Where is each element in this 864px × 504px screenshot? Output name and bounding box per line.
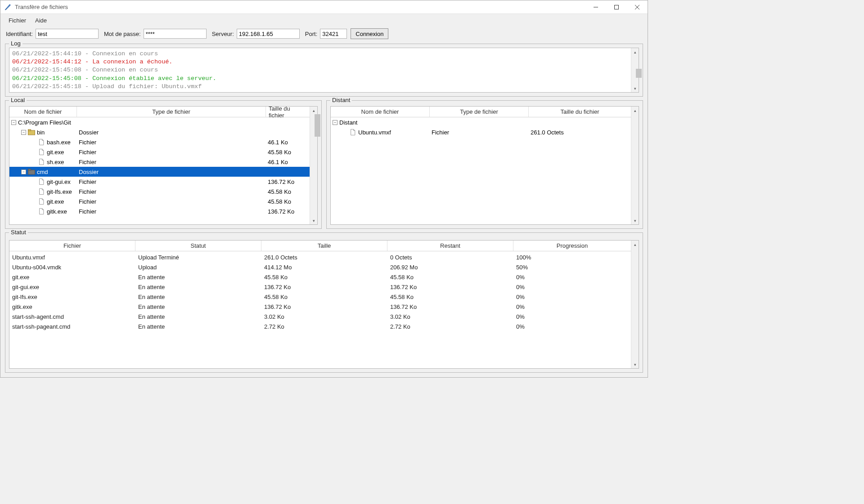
- tree-item-type: Fichier: [79, 188, 268, 195]
- status-row[interactable]: Ubuntu.vmxfUpload Terminé261.0 Octets0 O…: [9, 252, 631, 262]
- status-col-progress[interactable]: Progression: [513, 241, 631, 251]
- status-cell-remain: 0 Octets: [390, 254, 516, 261]
- status-col-remain[interactable]: Restant: [387, 241, 513, 251]
- maximize-icon: [614, 5, 619, 9]
- window-title: Transfère de fichiers: [15, 4, 585, 10]
- status-cell-remain: 45.58 Ko: [390, 274, 516, 281]
- connection-bar: Identifiant: Mot de passe: Serveur: Port…: [0, 27, 648, 41]
- minimize-button[interactable]: [585, 0, 606, 14]
- status-cell-remain: 3.02 Ko: [390, 313, 516, 320]
- status-row[interactable]: Ubuntu-s004.vmdkUpload414.12 Mo206.92 Mo…: [9, 262, 631, 272]
- status-cell-progress: 0%: [516, 274, 628, 281]
- tree-row[interactable]: Ubuntu.vmxfFichier261.0 Octets: [331, 127, 631, 137]
- scroll-down-icon[interactable]: ▾: [631, 361, 639, 368]
- scrollbar-thumb[interactable]: [315, 114, 320, 137]
- status-col-file[interactable]: Fichier: [9, 241, 135, 251]
- status-cell-status: Upload: [138, 264, 264, 271]
- id-input[interactable]: [36, 29, 99, 39]
- tree-item-name: git-lfs.exe: [47, 188, 72, 195]
- status-row[interactable]: git-gui.exeEn attente136.72 Ko136.72 Ko0…: [9, 282, 631, 292]
- tree-item-type: Fichier: [79, 149, 268, 156]
- tree-item-size: 45.58 Ko: [268, 149, 308, 156]
- status-cell-file: git-lfs.exe: [12, 294, 138, 300]
- remote-col-size[interactable]: Taille du fichier: [529, 107, 631, 117]
- tree-row[interactable]: −C:\Program Files\Git: [9, 117, 310, 127]
- tree-row[interactable]: −binDossier: [9, 127, 310, 137]
- status-scrollbar[interactable]: ▴ ▾: [631, 241, 639, 368]
- tree-item-type: Fichier: [432, 129, 531, 136]
- tree-item-name: git-gui.ex: [47, 178, 71, 185]
- local-col-type[interactable]: Type de fichier: [77, 107, 266, 117]
- tree-item-name: bin: [37, 129, 45, 136]
- close-button[interactable]: [627, 0, 648, 14]
- status-cell-status: Upload Terminé: [138, 254, 264, 261]
- remote-tree[interactable]: Nom de fichier Type de fichier Taille du…: [331, 107, 631, 224]
- scroll-up-icon[interactable]: ▴: [631, 107, 639, 114]
- scroll-up-icon[interactable]: ▴: [310, 107, 317, 114]
- expand-toggle[interactable]: −: [21, 130, 26, 135]
- local-tree[interactable]: Nom de fichier Type de fichier Taille du…: [9, 107, 310, 224]
- tree-item-size: 46.1 Ko: [268, 159, 308, 165]
- local-scrollbar[interactable]: ▴ ▾: [310, 107, 317, 224]
- tree-row[interactable]: git.exeFichier45.58 Ko: [9, 147, 310, 157]
- port-input[interactable]: [320, 29, 347, 39]
- expand-toggle[interactable]: −: [333, 120, 338, 125]
- status-row[interactable]: start-ssh-agent.cmdEn attente3.02 Ko3.02…: [9, 312, 631, 321]
- password-input[interactable]: [144, 29, 207, 39]
- tree-row[interactable]: −Distant: [331, 117, 631, 127]
- status-row[interactable]: start-ssh-pageant.cmdEn attente2.72 Ko2.…: [9, 321, 631, 331]
- status-cell-remain: 136.72 Ko: [390, 303, 516, 310]
- expand-toggle[interactable]: −: [21, 169, 26, 174]
- server-input[interactable]: [237, 29, 300, 39]
- local-col-name[interactable]: Nom de fichier: [9, 107, 77, 117]
- log-line: 06/21/2022-15:45:18 - Upload du fichier:…: [12, 83, 628, 91]
- tree-item-size: 45.58 Ko: [268, 188, 308, 195]
- status-col-status[interactable]: Statut: [135, 241, 261, 251]
- log-scrollbar[interactable]: ▴ ▾: [631, 48, 639, 92]
- tree-row[interactable]: bash.exeFichier46.1 Ko: [9, 137, 310, 147]
- port-label: Port:: [305, 31, 317, 37]
- expand-toggle[interactable]: −: [11, 120, 16, 125]
- status-cell-file: start-ssh-pageant.cmd: [12, 323, 138, 330]
- status-cell-progress: 50%: [516, 264, 628, 271]
- status-cell-size: 2.72 Ko: [264, 323, 390, 330]
- file-icon: [38, 208, 45, 214]
- menu-file[interactable]: Fichier: [4, 16, 31, 25]
- status-cell-progress: 100%: [516, 254, 628, 261]
- tree-item-size: 136.72 Ko: [268, 178, 308, 185]
- local-tree-header: Nom de fichier Type de fichier Taille du…: [9, 107, 310, 117]
- scroll-down-icon[interactable]: ▾: [631, 85, 639, 92]
- scroll-up-icon[interactable]: ▴: [631, 48, 639, 56]
- status-col-size[interactable]: Taille: [261, 241, 387, 251]
- tree-row[interactable]: git.exeFichier45.58 Ko: [9, 196, 310, 206]
- scroll-down-icon[interactable]: ▾: [631, 217, 639, 224]
- log-content[interactable]: 06/21/2022-15:44:10 - Connexion en cours…: [9, 48, 631, 92]
- remote-scrollbar[interactable]: ▴ ▾: [631, 107, 639, 224]
- tree-item-name: cmd: [37, 169, 48, 175]
- status-cell-status: En attente: [138, 323, 264, 330]
- remote-col-name[interactable]: Nom de fichier: [331, 107, 430, 117]
- scroll-up-icon[interactable]: ▴: [631, 241, 639, 248]
- tree-row[interactable]: gitk.exeFichier136.72 Ko: [9, 206, 310, 216]
- maximize-button[interactable]: [606, 0, 627, 14]
- scroll-down-icon[interactable]: ▾: [310, 217, 317, 224]
- tree-item-name: C:\Program Files\Git: [18, 119, 71, 126]
- local-col-size[interactable]: Taille du fichier: [266, 107, 310, 117]
- remote-col-type[interactable]: Type de fichier: [430, 107, 529, 117]
- tree-row[interactable]: −cmdDossier: [9, 167, 310, 177]
- status-cell-status: En attente: [138, 274, 264, 281]
- file-icon: [349, 129, 356, 135]
- tree-row[interactable]: git-gui.exFichier136.72 Ko: [9, 177, 310, 187]
- scrollbar-thumb[interactable]: [636, 69, 642, 78]
- status-header: Fichier Statut Taille Restant Progressio…: [9, 241, 631, 251]
- status-cell-size: 136.72 Ko: [264, 284, 390, 290]
- menu-help[interactable]: Aide: [31, 16, 51, 25]
- tree-row[interactable]: sh.exeFichier46.1 Ko: [9, 157, 310, 167]
- status-row[interactable]: git-lfs.exeEn attente45.58 Ko45.58 Ko0%: [9, 292, 631, 302]
- file-icon: [38, 139, 45, 145]
- connect-button[interactable]: Connexion: [351, 28, 388, 39]
- folder-icon: [28, 169, 35, 175]
- tree-row[interactable]: git-lfs.exeFichier45.58 Ko: [9, 187, 310, 196]
- status-row[interactable]: git.exeEn attente45.58 Ko45.58 Ko0%: [9, 272, 631, 282]
- status-row[interactable]: gitk.exeEn attente136.72 Ko136.72 Ko0%: [9, 302, 631, 312]
